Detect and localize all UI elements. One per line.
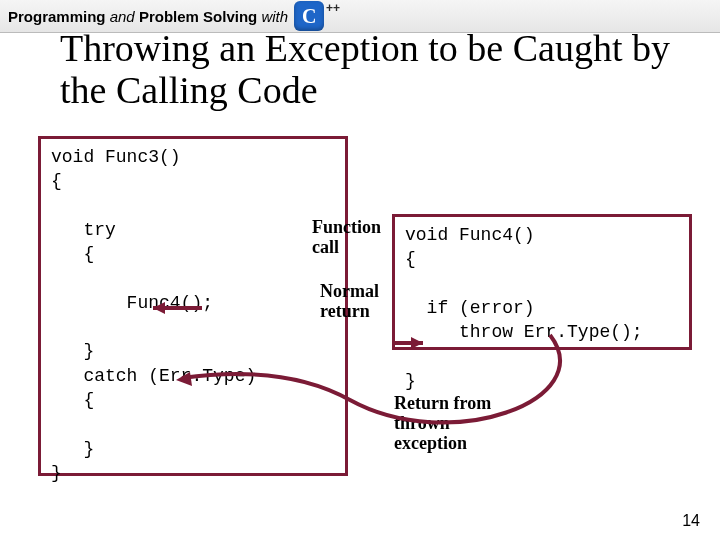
banner-tagline: Programming and Problem Solving with (8, 8, 288, 25)
cpp-logo-plusplus: ++ (326, 1, 340, 15)
banner-word-with: with (261, 8, 288, 25)
slide-number: 14 (682, 512, 700, 530)
code-box-func3: void Func3() { try { Func4(); } catch (E… (38, 136, 348, 476)
slide-title: Throwing an Exception to be Caught by th… (60, 28, 680, 112)
banner-word-programming: Programming (8, 8, 106, 25)
label-function-call: Function call (312, 218, 381, 258)
label-normal-return: Normal return (320, 282, 379, 322)
banner-word-problem-solving: Problem Solving (139, 8, 257, 25)
label-return-from-thrown: Return from thrown exception (394, 394, 491, 453)
banner-word-and: and (110, 8, 135, 25)
code-box-func4: void Func4() { if (error) throw Err.Type… (392, 214, 692, 350)
